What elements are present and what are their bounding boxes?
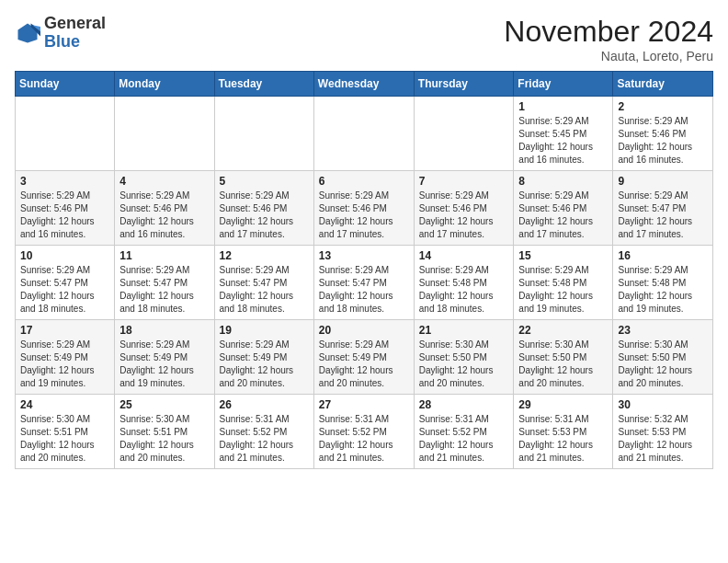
calendar-cell: 2Sunrise: 5:29 AMSunset: 5:46 PMDaylight… bbox=[613, 97, 713, 171]
day-info: Sunrise: 5:30 AMSunset: 5:50 PMDaylight:… bbox=[419, 339, 509, 390]
calendar-cell bbox=[214, 97, 313, 171]
calendar-cell: 22Sunrise: 5:30 AMSunset: 5:50 PMDayligh… bbox=[514, 320, 613, 395]
calendar-cell: 13Sunrise: 5:29 AMSunset: 5:47 PMDayligh… bbox=[313, 246, 414, 320]
day-number: 26 bbox=[220, 398, 309, 411]
logo-general: General bbox=[44, 14, 106, 32]
day-number: 17 bbox=[20, 324, 109, 337]
day-number: 4 bbox=[119, 175, 209, 188]
calendar-cell: 30Sunrise: 5:32 AMSunset: 5:53 PMDayligh… bbox=[613, 395, 713, 469]
day-number: 15 bbox=[518, 249, 608, 262]
day-number: 20 bbox=[319, 324, 409, 337]
day-info: Sunrise: 5:29 AMSunset: 5:49 PMDaylight:… bbox=[20, 339, 109, 390]
page-header: General Blue November 2024 Nauta, Loreto… bbox=[15, 15, 713, 63]
title-block: November 2024 Nauta, Loreto, Peru bbox=[504, 15, 713, 63]
calendar-cell: 6Sunrise: 5:29 AMSunset: 5:46 PMDaylight… bbox=[313, 171, 414, 246]
day-number: 23 bbox=[618, 324, 708, 337]
week-row-2: 3Sunrise: 5:29 AMSunset: 5:46 PMDaylight… bbox=[16, 171, 713, 246]
dow-header-monday: Monday bbox=[115, 72, 214, 97]
calendar-cell: 5Sunrise: 5:29 AMSunset: 5:46 PMDaylight… bbox=[214, 171, 313, 246]
day-number: 7 bbox=[419, 175, 509, 188]
day-info: Sunrise: 5:29 AMSunset: 5:46 PMDaylight:… bbox=[20, 190, 109, 241]
day-info: Sunrise: 5:30 AMSunset: 5:51 PMDaylight:… bbox=[20, 413, 109, 465]
dow-header-thursday: Thursday bbox=[414, 72, 514, 97]
calendar-cell: 4Sunrise: 5:29 AMSunset: 5:46 PMDaylight… bbox=[115, 171, 214, 246]
day-number: 12 bbox=[220, 249, 309, 262]
dow-header-friday: Friday bbox=[514, 72, 613, 97]
calendar-cell: 29Sunrise: 5:31 AMSunset: 5:53 PMDayligh… bbox=[514, 395, 613, 469]
calendar-cell: 20Sunrise: 5:29 AMSunset: 5:49 PMDayligh… bbox=[313, 320, 414, 395]
week-row-3: 10Sunrise: 5:29 AMSunset: 5:47 PMDayligh… bbox=[16, 246, 713, 320]
calendar-cell: 1Sunrise: 5:29 AMSunset: 5:45 PMDaylight… bbox=[514, 97, 613, 171]
day-info: Sunrise: 5:30 AMSunset: 5:50 PMDaylight:… bbox=[618, 339, 708, 390]
calendar-cell: 8Sunrise: 5:29 AMSunset: 5:46 PMDaylight… bbox=[514, 171, 613, 246]
day-number: 19 bbox=[220, 324, 309, 337]
calendar-cell: 18Sunrise: 5:29 AMSunset: 5:49 PMDayligh… bbox=[115, 320, 214, 395]
calendar-cell: 28Sunrise: 5:31 AMSunset: 5:52 PMDayligh… bbox=[414, 395, 514, 469]
day-info: Sunrise: 5:30 AMSunset: 5:51 PMDaylight:… bbox=[119, 413, 209, 465]
day-info: Sunrise: 5:29 AMSunset: 5:46 PMDaylight:… bbox=[220, 190, 309, 241]
day-info: Sunrise: 5:29 AMSunset: 5:48 PMDaylight:… bbox=[618, 264, 708, 316]
day-info: Sunrise: 5:31 AMSunset: 5:52 PMDaylight:… bbox=[319, 413, 409, 465]
calendar-cell: 12Sunrise: 5:29 AMSunset: 5:47 PMDayligh… bbox=[214, 246, 313, 320]
day-number: 11 bbox=[119, 249, 209, 262]
day-info: Sunrise: 5:29 AMSunset: 5:47 PMDaylight:… bbox=[220, 264, 309, 316]
calendar-cell bbox=[16, 97, 115, 171]
day-info: Sunrise: 5:29 AMSunset: 5:49 PMDaylight:… bbox=[319, 339, 409, 390]
calendar-cell: 7Sunrise: 5:29 AMSunset: 5:46 PMDaylight… bbox=[414, 171, 514, 246]
week-row-4: 17Sunrise: 5:29 AMSunset: 5:49 PMDayligh… bbox=[16, 320, 713, 395]
day-info: Sunrise: 5:29 AMSunset: 5:47 PMDaylight:… bbox=[20, 264, 109, 316]
day-number: 29 bbox=[518, 398, 608, 411]
day-number: 27 bbox=[319, 398, 409, 411]
location-subtitle: Nauta, Loreto, Peru bbox=[504, 49, 713, 63]
calendar-cell: 19Sunrise: 5:29 AMSunset: 5:49 PMDayligh… bbox=[214, 320, 313, 395]
calendar-table: SundayMondayTuesdayWednesdayThursdayFrid… bbox=[15, 71, 713, 469]
calendar-cell: 10Sunrise: 5:29 AMSunset: 5:47 PMDayligh… bbox=[16, 246, 115, 320]
day-info: Sunrise: 5:29 AMSunset: 5:49 PMDaylight:… bbox=[119, 339, 209, 390]
day-number: 16 bbox=[618, 249, 708, 262]
logo: General Blue bbox=[15, 15, 106, 52]
calendar-cell bbox=[414, 97, 514, 171]
day-info: Sunrise: 5:29 AMSunset: 5:46 PMDaylight:… bbox=[119, 190, 209, 241]
day-info: Sunrise: 5:29 AMSunset: 5:46 PMDaylight:… bbox=[319, 190, 409, 241]
calendar-cell: 3Sunrise: 5:29 AMSunset: 5:46 PMDaylight… bbox=[16, 171, 115, 246]
day-info: Sunrise: 5:31 AMSunset: 5:52 PMDaylight:… bbox=[419, 413, 509, 465]
dow-header-saturday: Saturday bbox=[613, 72, 713, 97]
calendar-cell: 11Sunrise: 5:29 AMSunset: 5:47 PMDayligh… bbox=[115, 246, 214, 320]
day-info: Sunrise: 5:29 AMSunset: 5:46 PMDaylight:… bbox=[419, 190, 509, 241]
calendar-cell bbox=[115, 97, 214, 171]
day-info: Sunrise: 5:31 AMSunset: 5:52 PMDaylight:… bbox=[220, 413, 309, 465]
calendar-cell: 26Sunrise: 5:31 AMSunset: 5:52 PMDayligh… bbox=[214, 395, 313, 469]
day-number: 2 bbox=[618, 100, 708, 113]
day-of-week-row: SundayMondayTuesdayWednesdayThursdayFrid… bbox=[16, 72, 713, 97]
day-info: Sunrise: 5:29 AMSunset: 5:47 PMDaylight:… bbox=[319, 264, 409, 316]
logo-text: General Blue bbox=[44, 15, 106, 52]
day-info: Sunrise: 5:31 AMSunset: 5:53 PMDaylight:… bbox=[518, 413, 608, 465]
day-number: 14 bbox=[419, 249, 509, 262]
day-number: 25 bbox=[119, 398, 209, 411]
day-number: 24 bbox=[20, 398, 109, 411]
day-info: Sunrise: 5:32 AMSunset: 5:53 PMDaylight:… bbox=[618, 413, 708, 465]
day-info: Sunrise: 5:29 AMSunset: 5:48 PMDaylight:… bbox=[518, 264, 608, 316]
day-number: 8 bbox=[518, 175, 608, 188]
week-row-5: 24Sunrise: 5:30 AMSunset: 5:51 PMDayligh… bbox=[16, 395, 713, 469]
month-title: November 2024 bbox=[504, 15, 713, 49]
day-number: 10 bbox=[20, 249, 109, 262]
day-number: 30 bbox=[618, 398, 708, 411]
calendar-cell: 16Sunrise: 5:29 AMSunset: 5:48 PMDayligh… bbox=[613, 246, 713, 320]
calendar-cell: 21Sunrise: 5:30 AMSunset: 5:50 PMDayligh… bbox=[414, 320, 514, 395]
calendar-cell: 24Sunrise: 5:30 AMSunset: 5:51 PMDayligh… bbox=[16, 395, 115, 469]
dow-header-tuesday: Tuesday bbox=[214, 72, 313, 97]
calendar-cell: 27Sunrise: 5:31 AMSunset: 5:52 PMDayligh… bbox=[313, 395, 414, 469]
calendar-cell: 25Sunrise: 5:30 AMSunset: 5:51 PMDayligh… bbox=[115, 395, 214, 469]
day-number: 13 bbox=[319, 249, 409, 262]
calendar-cell bbox=[313, 97, 414, 171]
calendar-cell: 15Sunrise: 5:29 AMSunset: 5:48 PMDayligh… bbox=[514, 246, 613, 320]
day-info: Sunrise: 5:29 AMSunset: 5:46 PMDaylight:… bbox=[618, 115, 708, 167]
calendar-cell: 23Sunrise: 5:30 AMSunset: 5:50 PMDayligh… bbox=[613, 320, 713, 395]
calendar-cell: 9Sunrise: 5:29 AMSunset: 5:47 PMDaylight… bbox=[613, 171, 713, 246]
day-number: 6 bbox=[319, 175, 409, 188]
day-number: 18 bbox=[119, 324, 209, 337]
day-number: 28 bbox=[419, 398, 509, 411]
day-number: 9 bbox=[618, 175, 708, 188]
logo-blue: Blue bbox=[44, 32, 80, 51]
